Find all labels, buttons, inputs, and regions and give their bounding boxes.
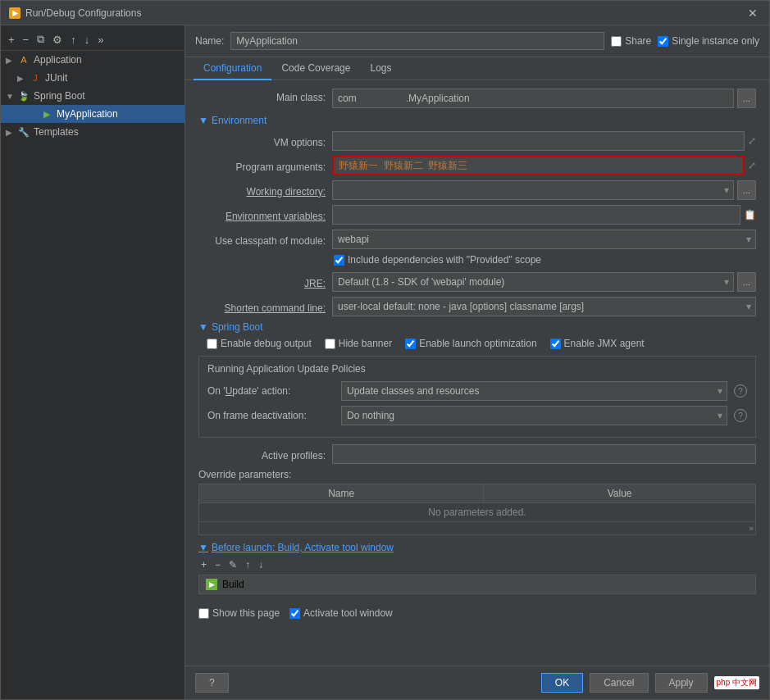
jmx-agent-label[interactable]: Enable JMX agent [550,338,645,349]
sidebar-item-junit[interactable]: ▶ J JUnit [1,69,185,87]
more-config-button[interactable]: » [95,33,106,47]
springboot-section[interactable]: ▼ Spring Boot [198,321,756,333]
jre-browse-button[interactable]: ... [737,272,756,292]
vm-expand-icon[interactable]: ⤢ [748,135,756,147]
working-dir-input[interactable] [332,180,734,200]
sidebar: + − ⧉ ⚙ ↑ ↓ » ▶ A Application ▶ J JUnit [1,25,185,699]
show-page-label[interactable]: Show this page [198,607,280,619]
hide-banner-text: Hide banner [339,338,392,349]
env-arrow: ▼ [198,115,208,126]
before-launch-edit-button[interactable]: ✎ [226,558,239,571]
include-deps-label[interactable]: Include dependencies with "Provided" sco… [334,254,541,266]
up-config-button[interactable]: ↑ [68,33,79,47]
env-vars-input[interactable] [332,205,740,225]
name-column-header: Name [199,484,484,503]
tab-configuration[interactable]: Configuration [194,57,271,80]
program-args-input[interactable] [332,156,745,175]
working-dir-browse-button[interactable]: ... [737,180,756,200]
build-item[interactable]: ▶ Build [198,575,756,594]
jre-label: JRE: [198,275,326,289]
config-panel: Main class: ... ▼ Environment VM options… [185,80,769,666]
on-frame-select[interactable]: Do nothing Update classes and resources [341,406,727,425]
hide-banner-label[interactable]: Hide banner [325,338,392,349]
before-launch-section: ▼ Before launch: Build, Activate tool wi… [198,542,756,594]
apply-button[interactable]: Apply [655,673,708,693]
dialog-title: Run/Debug Configurations [25,7,141,19]
activate-tool-window-label[interactable]: Activate tool window [289,607,393,619]
on-update-row: On 'Update' action: Update classes and r… [207,381,747,401]
show-page-checkbox[interactable] [198,608,209,619]
share-checkbox[interactable] [611,36,622,47]
env-vars-label: Environment variables: [198,208,326,222]
on-update-select[interactable]: Update classes and resources Do nothing [341,381,727,401]
footer-left: ? [195,673,229,693]
main-class-input[interactable] [332,89,734,108]
launch-opt-label[interactable]: Enable launch optimization [405,338,536,349]
remove-config-button[interactable]: − [21,33,32,47]
params-empty-msg: No parameters added. [199,503,756,522]
jmx-agent-checkbox[interactable] [550,339,561,349]
debug-output-label[interactable]: Enable debug output [207,338,312,349]
jre-select[interactable]: Default (1.8 - SDK of 'webapi' module) [332,272,734,292]
single-instance-checkbox-label[interactable]: Single instance only [658,35,759,47]
before-launch-remove-button[interactable]: − [212,558,223,571]
tabs: Configuration Code Coverage Logs [185,57,769,80]
on-update-label: On 'Update' action: [207,385,335,397]
activate-tool-window-checkbox[interactable] [289,608,300,619]
program-args-row: Program arguments: ⤢ [198,156,756,175]
env-vars-row: Environment variables: 📋 [198,205,756,225]
before-launch-down-button[interactable]: ↓ [256,558,266,571]
arrow-junit: ▶ [17,74,29,83]
environment-section[interactable]: ▼ Environment [198,115,756,126]
update-policies-section: Running Application Update Policies On '… [198,356,756,438]
vm-options-input[interactable] [332,131,745,151]
before-launch-add-button[interactable]: + [198,558,209,571]
name-label: Name: [195,35,224,47]
build-icon: ▶ [206,579,217,590]
share-checkbox-label[interactable]: Share [611,35,651,47]
on-update-help-icon[interactable]: ? [734,384,747,398]
tab-code-coverage[interactable]: Code Coverage [271,57,360,80]
main-class-browse-button[interactable]: ... [737,89,756,108]
settings-config-button[interactable]: ⚙ [50,33,65,47]
scroll-right-icon[interactable]: » [749,524,754,533]
include-deps-checkbox[interactable] [334,255,344,266]
copy-config-button[interactable]: ⧉ [34,32,47,47]
update-policies-title: Running Application Update Policies [207,363,747,375]
shorten-cmd-control: user-local default: none - java [options… [332,297,756,316]
show-page-text: Show this page [212,607,280,619]
bottom-options: Show this page Activate tool window [198,601,756,625]
params-table: Name Value No parameters added. [198,484,756,522]
share-label: Share [625,35,651,47]
close-button[interactable]: ✕ [745,7,761,20]
tab-logs[interactable]: Logs [360,57,401,80]
cancel-button[interactable]: Cancel [590,673,648,693]
sidebar-item-application[interactable]: ▶ A Application [1,51,185,69]
on-frame-help-icon[interactable]: ? [734,409,747,422]
hide-banner-checkbox[interactable] [325,339,335,349]
before-launch-up-button[interactable]: ↑ [243,558,253,571]
shorten-cmd-select[interactable]: user-local default: none - java [options… [332,297,756,316]
active-profiles-input[interactable] [332,444,756,464]
before-launch-header[interactable]: ▼ Before launch: Build, Activate tool wi… [198,542,756,553]
launch-opt-checkbox[interactable] [405,339,416,349]
sidebar-item-myapplication[interactable]: ▶ MyApplication [1,105,185,123]
add-config-button[interactable]: + [6,33,17,47]
single-instance-checkbox[interactable] [658,36,668,47]
sidebar-item-springboot[interactable]: ▼ 🍃 Spring Boot [1,87,185,105]
single-instance-label: Single instance only [672,35,759,47]
debug-output-checkbox[interactable] [207,339,217,349]
ok-button[interactable]: OK [541,673,583,693]
classpath-control: webapi [332,230,756,249]
help-button[interactable]: ? [195,673,229,693]
sidebar-item-templates[interactable]: ▶ 🔧 Templates [1,123,185,141]
args-expand-icon[interactable]: ⤢ [748,160,756,171]
override-params-section: Override parameters: Name Value No param… [198,469,756,535]
jre-row: JRE: Default (1.8 - SDK of 'webapi' modu… [198,272,756,292]
main-content: + − ⧉ ⚙ ↑ ↓ » ▶ A Application ▶ J JUnit [1,25,769,699]
name-input[interactable] [230,32,604,50]
env-vars-icon[interactable]: 📋 [744,209,756,220]
down-config-button[interactable]: ↓ [82,33,93,47]
classpath-label: Use classpath of module: [198,233,326,247]
classpath-select[interactable]: webapi [332,230,756,249]
